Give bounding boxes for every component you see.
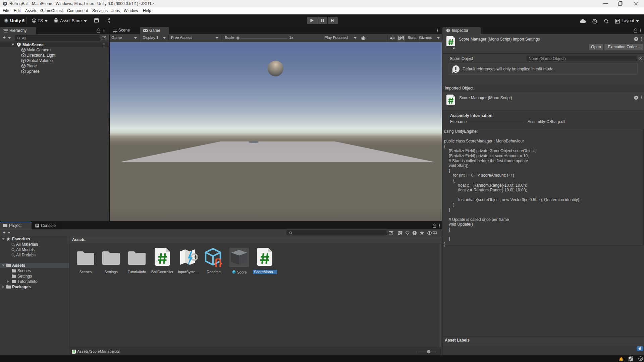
svg-text:!: !: [623, 358, 624, 361]
svg-text:?: ?: [635, 96, 637, 100]
svg-text:?: ?: [635, 38, 637, 41]
svg-text:{}: {}: [214, 257, 222, 267]
